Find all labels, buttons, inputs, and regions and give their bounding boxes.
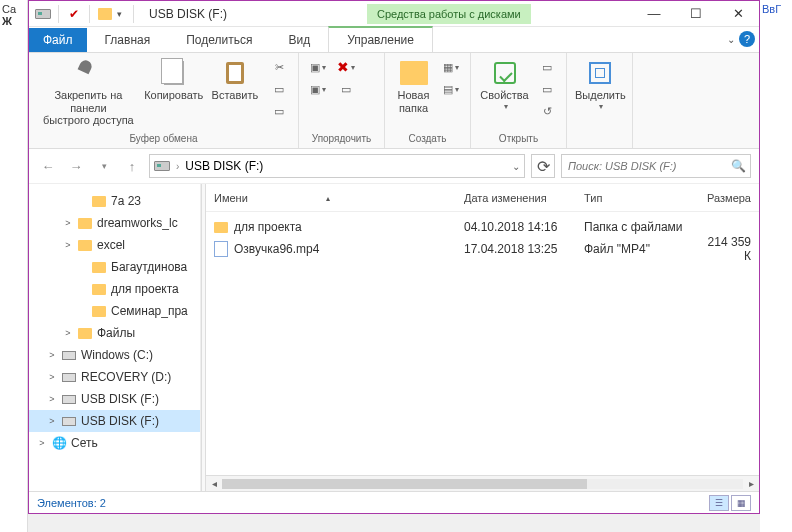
contextual-tab-label: Средства работы с дисками [367, 4, 531, 24]
breadcrumb[interactable]: USB DISK (F:) [185, 159, 263, 173]
file-rows[interactable]: для проекта04.10.2018 14:16Папка с файла… [206, 212, 759, 475]
tab-view[interactable]: Вид [270, 28, 328, 52]
expand-icon[interactable]: > [63, 218, 73, 228]
drive-icon [61, 348, 77, 362]
properties-button[interactable]: Свойства▾ [477, 55, 532, 115]
qat-customize-icon[interactable]: ▾ [117, 9, 122, 19]
tree-item[interactable]: >dreamworks_lc [29, 212, 200, 234]
background-app-left: CaЖ [0, 0, 28, 532]
folder-icon [77, 216, 93, 230]
expand-icon[interactable]: > [63, 240, 73, 250]
expand-icon[interactable]: > [47, 416, 57, 426]
address-dropdown-icon[interactable]: ⌄ [512, 161, 520, 172]
col-date[interactable]: Дата изменения [456, 192, 576, 204]
help-icon[interactable]: ? [739, 31, 755, 47]
ribbon-expand-icon[interactable]: ⌄ [727, 34, 735, 45]
address-bar[interactable]: › USB DISK (F:) ⌄ [149, 154, 525, 178]
qat-newfolder-icon[interactable] [97, 6, 113, 22]
tree-item[interactable]: Багаутдинова [29, 256, 200, 278]
scroll-left-icon[interactable]: ◂ [206, 478, 222, 489]
copy-button[interactable]: Копировать [144, 55, 204, 106]
tree-label: для проекта [111, 282, 179, 296]
copy-icon [164, 61, 184, 85]
tree-item[interactable]: >🌐Сеть [29, 432, 200, 454]
maximize-button[interactable]: ☐ [675, 1, 717, 27]
nav-recent-button[interactable]: ▾ [93, 155, 115, 177]
file-name: для проекта [234, 220, 302, 234]
tree-label: USB DISK (F:) [81, 392, 159, 406]
folder-icon [77, 238, 93, 252]
folder-icon [91, 282, 107, 296]
select-button[interactable]: Выделить▾ [573, 55, 628, 115]
scroll-thumb[interactable] [222, 479, 587, 489]
expand-icon[interactable]: > [47, 372, 57, 382]
newitem-button[interactable]: ▦▾ [440, 57, 462, 77]
tab-home[interactable]: Главная [87, 28, 169, 52]
file-row[interactable]: Озвучка96.mp417.04.2018 13:25Файл "MP4"2… [206, 238, 759, 260]
newfolder-button[interactable]: Новая папка [391, 55, 436, 118]
nav-back-button[interactable]: ← [37, 155, 59, 177]
nav-forward-button[interactable]: → [65, 155, 87, 177]
folder-icon [400, 61, 428, 85]
tree-item[interactable]: >RECOVERY (D:) [29, 366, 200, 388]
tree-item[interactable]: >Файлы [29, 322, 200, 344]
file-list: Имени▴ Дата изменения Тип Размера для пр… [206, 184, 759, 491]
cut-small-button[interactable]: ✂ [268, 57, 290, 77]
pasteshortcut-small-button[interactable]: ▭ [268, 101, 290, 121]
nav-tree[interactable]: 7а 23>dreamworks_lc>excelБагаутдиновадля… [29, 184, 201, 491]
delete-button[interactable]: ✖▾ [335, 57, 357, 77]
tree-item[interactable]: Семинар_пра [29, 300, 200, 322]
history-small-button[interactable]: ↺ [536, 101, 558, 121]
ribbon-tabs: Файл Главная Поделиться Вид Управление ⌄… [29, 27, 759, 53]
moveto-button[interactable]: ▣▾ [307, 57, 329, 77]
col-type[interactable]: Тип [576, 192, 696, 204]
titlebar[interactable]: ✔ ▾ USB DISK (F:) Средства работы с диск… [29, 1, 759, 27]
folder-icon [91, 304, 107, 318]
view-icons-button[interactable]: ▦ [731, 495, 751, 511]
col-size[interactable]: Размера [696, 192, 759, 204]
file-row[interactable]: для проекта04.10.2018 14:16Папка с файла… [206, 216, 759, 238]
folder-icon [77, 326, 93, 340]
search-box[interactable]: 🔍 [561, 154, 751, 178]
tree-item[interactable]: >excel [29, 234, 200, 256]
refresh-button[interactable]: ⟳ [531, 154, 555, 178]
open-small-button[interactable]: ▭ [536, 57, 558, 77]
search-icon[interactable]: 🔍 [731, 159, 746, 173]
expand-icon[interactable]: > [37, 438, 47, 448]
address-drive-icon [154, 161, 170, 171]
ribbon-body: Закрепить на панели быстрого доступа Коп… [29, 53, 759, 149]
expand-icon[interactable]: > [63, 328, 73, 338]
rename-button[interactable]: ▭ [335, 79, 357, 99]
easyaccess-button[interactable]: ▤▾ [440, 79, 462, 99]
edit-small-button[interactable]: ▭ [536, 79, 558, 99]
file-icon [214, 241, 228, 257]
window-title: USB DISK (F:) [143, 7, 227, 21]
tree-label: USB DISK (F:) [81, 414, 159, 428]
search-input[interactable] [566, 159, 731, 173]
nav-up-button[interactable]: ↑ [121, 155, 143, 177]
expand-icon[interactable]: > [47, 350, 57, 360]
tree-item[interactable]: 7а 23 [29, 190, 200, 212]
tab-manage[interactable]: Управление [328, 26, 433, 52]
paste-button[interactable]: Вставить [206, 55, 264, 106]
tree-item[interactable]: >USB DISK (F:) [29, 388, 200, 410]
tree-item[interactable]: для проекта [29, 278, 200, 300]
horizontal-scrollbar[interactable]: ◂ ▸ [206, 475, 759, 491]
expand-icon[interactable]: > [47, 394, 57, 404]
copypath-small-button[interactable]: ▭ [268, 79, 290, 99]
folder-icon [91, 194, 107, 208]
close-button[interactable]: ✕ [717, 1, 759, 27]
col-name[interactable]: Имени▴ [206, 192, 456, 204]
view-details-button[interactable]: ☰ [709, 495, 729, 511]
tree-item[interactable]: >USB DISK (F:) [29, 410, 200, 432]
copyto-button[interactable]: ▣▾ [307, 79, 329, 99]
qat-properties-icon[interactable]: ✔ [66, 6, 82, 22]
address-row: ← → ▾ ↑ › USB DISK (F:) ⌄ ⟳ 🔍 [29, 149, 759, 183]
scroll-right-icon[interactable]: ▸ [743, 478, 759, 489]
pin-quickaccess-button[interactable]: Закрепить на панели быстрого доступа [35, 55, 142, 131]
drive-icon [61, 370, 77, 384]
tree-item[interactable]: >Windows (C:) [29, 344, 200, 366]
tab-share[interactable]: Поделиться [168, 28, 270, 52]
minimize-button[interactable]: — [633, 1, 675, 27]
tab-file[interactable]: Файл [29, 28, 87, 52]
